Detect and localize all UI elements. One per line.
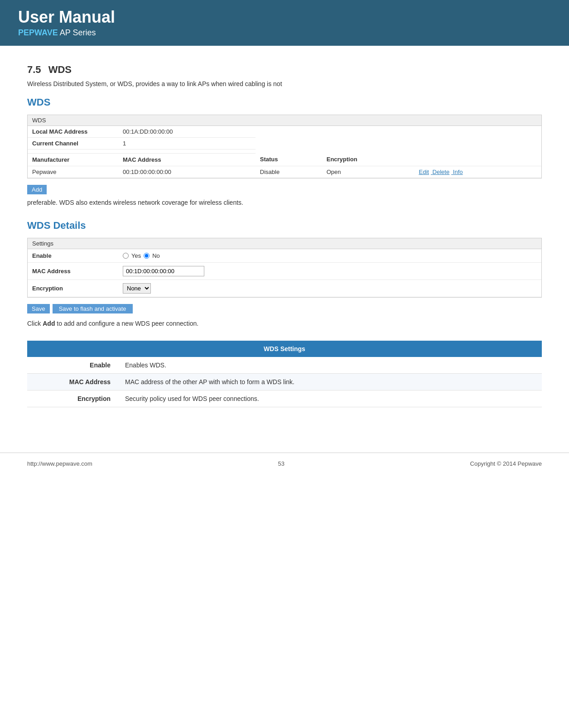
section-heading: WDS bbox=[48, 64, 72, 75]
page-footer: http://www.pepwave.com 53 Copyright © 20… bbox=[0, 453, 569, 474]
header-subtitle: PEPWAVE AP Series bbox=[18, 28, 551, 38]
section-number: 7.5 bbox=[27, 64, 41, 75]
click-text-bold: Add bbox=[43, 320, 55, 327]
encryption-header: Encryption bbox=[322, 153, 415, 166]
enable-row: Enable Yes No bbox=[28, 249, 541, 263]
setting-name: Enable bbox=[27, 357, 118, 374]
wds-settings-table: WDS Settings Enable Enables WDS. MAC Add… bbox=[27, 341, 542, 407]
table-header-row: Manufacturer MAC Address Status Encrypti… bbox=[28, 153, 541, 166]
add-button[interactable]: Add bbox=[27, 185, 47, 194]
enable-field-value: Yes No bbox=[118, 249, 541, 263]
encryption-field-label: Encryption bbox=[28, 280, 118, 297]
mac-address-field-label: MAC Address bbox=[28, 262, 118, 280]
mac-address-input[interactable] bbox=[123, 266, 204, 276]
save-button[interactable]: Save bbox=[27, 304, 50, 313]
click-text-pre: Click bbox=[27, 320, 43, 327]
enable-radio-group: Yes No bbox=[123, 252, 537, 259]
settings-tab: Settings bbox=[28, 238, 541, 249]
preferable-text: preferable. WDS also extends wireless ne… bbox=[27, 199, 542, 206]
click-text-post: to add and configure a new WDS peer conn… bbox=[55, 320, 198, 327]
enable-field-label: Enable bbox=[28, 249, 118, 263]
delete-link[interactable]: Delete bbox=[433, 169, 450, 175]
mac-address-row: MAC Address bbox=[28, 262, 541, 280]
setting-name: MAC Address bbox=[27, 373, 118, 390]
footer-left: http://www.pepwave.com bbox=[27, 460, 92, 467]
manufacturer-header: Manufacturer bbox=[28, 153, 118, 166]
enable-yes-label: Yes bbox=[131, 252, 141, 259]
peer-mac: 00:1D:00:00:00:00 bbox=[118, 166, 256, 178]
add-button-container: Add bbox=[27, 185, 542, 199]
setting-description: Enables WDS. bbox=[118, 357, 542, 374]
wds-details-label: WDS Details bbox=[27, 220, 542, 231]
spacer-row bbox=[28, 149, 541, 153]
peer-manufacturer: Pepwave bbox=[28, 166, 118, 178]
header-title: User Manual bbox=[18, 8, 551, 26]
table-row: Pepwave 00:1D:00:00:00:00 Disable Open E… bbox=[28, 166, 541, 178]
main-content: 7.5 WDS Wireless Distributed System, or … bbox=[0, 59, 569, 434]
list-item: Enable Enables WDS. bbox=[27, 357, 542, 374]
setting-name: Encryption bbox=[27, 390, 118, 407]
settings-table: Enable Yes No MAC Address bbox=[28, 249, 541, 297]
wds-settings-header: WDS Settings bbox=[27, 341, 542, 357]
local-mac-row: Local MAC Address 00:1A:DD:00:00:00 bbox=[28, 126, 541, 138]
current-channel-row: Current Channel 1 bbox=[28, 137, 541, 149]
settings-box: Settings Enable Yes No MAC Address bbox=[27, 238, 542, 298]
click-add-text: Click Add to add and configure a new WDS… bbox=[27, 320, 542, 327]
buttons-row: Save Save to flash and activate bbox=[27, 304, 542, 313]
encryption-row: Encryption None WEP WPA bbox=[28, 280, 541, 297]
mac-address-field-value bbox=[118, 262, 541, 280]
footer-right: Copyright © 2014 Pepwave bbox=[470, 460, 542, 467]
enable-yes-radio[interactable] bbox=[123, 253, 129, 259]
status-header: Status bbox=[256, 153, 322, 166]
peer-actions: Edit Delete Info bbox=[415, 166, 541, 178]
brand-name: PEPWAVE bbox=[18, 28, 58, 37]
wds-settings-header-row: WDS Settings bbox=[27, 341, 542, 357]
enable-no-radio[interactable] bbox=[144, 253, 149, 259]
peer-status: Disable bbox=[256, 166, 322, 178]
wds-tab: WDS bbox=[28, 115, 541, 126]
page-header: User Manual PEPWAVE AP Series bbox=[0, 0, 569, 46]
current-channel-label: Current Channel bbox=[28, 137, 118, 149]
subtitle-rest: AP Series bbox=[58, 28, 96, 37]
save-flash-button[interactable]: Save to flash and activate bbox=[53, 304, 133, 313]
setting-description: Security policy used for WDS peer connec… bbox=[118, 390, 542, 407]
encryption-select[interactable]: None WEP WPA bbox=[123, 283, 151, 294]
wds-label: WDS bbox=[27, 96, 542, 108]
info-link[interactable]: Info bbox=[453, 169, 463, 175]
wds-info-box: WDS Local MAC Address 00:1A:DD:00:00:00 … bbox=[27, 115, 542, 178]
setting-description: MAC address of the other AP with which t… bbox=[118, 373, 542, 390]
enable-no-label: No bbox=[152, 252, 160, 259]
mac-address-header: MAC Address bbox=[118, 153, 256, 166]
section-title: 7.5 WDS bbox=[27, 64, 542, 76]
local-mac-value: 00:1A:DD:00:00:00 bbox=[118, 126, 256, 138]
wds-info-table: Local MAC Address 00:1A:DD:00:00:00 Curr… bbox=[28, 126, 541, 178]
encryption-field-value: None WEP WPA bbox=[118, 280, 541, 297]
local-mac-label: Local MAC Address bbox=[28, 126, 118, 138]
list-item: Encryption Security policy used for WDS … bbox=[27, 390, 542, 407]
current-channel-value: 1 bbox=[118, 137, 256, 149]
list-item: MAC Address MAC address of the other AP … bbox=[27, 373, 542, 390]
section-description: Wireless Distributed System, or WDS, pro… bbox=[27, 80, 542, 87]
footer-center: 53 bbox=[278, 460, 284, 467]
peer-encryption: Open bbox=[322, 166, 415, 178]
edit-link[interactable]: Edit bbox=[419, 169, 429, 175]
